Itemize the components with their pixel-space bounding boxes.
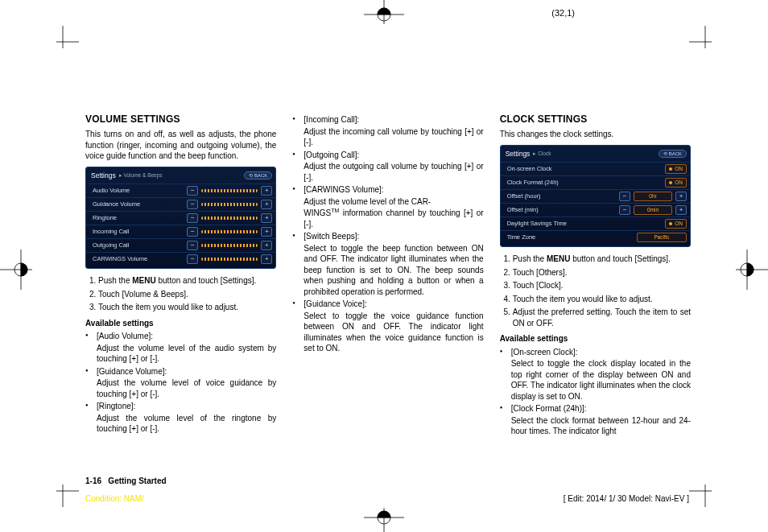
value-box: 0hr (634, 192, 672, 201)
panel-row: On-screen ClockON (501, 162, 690, 175)
list-item: [Incoming Call]:Adjust the incoming call… (292, 114, 483, 148)
page-marker-top: (32,1) (551, 8, 575, 18)
row-label: Incoming Call (93, 228, 184, 236)
slider (201, 230, 258, 233)
toggle-on: ON (665, 164, 687, 174)
list-item: [Switch Beeps]:Select to toggle the beep… (292, 231, 483, 297)
row-label: On-screen Clock (507, 165, 663, 173)
list-item: [Clock Format (24h)]:Select the clock fo… (500, 403, 691, 437)
slider (201, 244, 258, 247)
screenshot-clock-settings: Settings ▸ Clock ⟲ BACK On-screen ClockO… (500, 145, 691, 247)
column-2: [Incoming Call]:Adjust the incoming call… (292, 113, 483, 439)
value-box: Pacific (637, 233, 687, 242)
corner-br (689, 475, 721, 507)
volume-steps: Push the MENU button and touch [Settings… (85, 275, 276, 313)
bullet-label: [Clock Format (24h)]: (511, 403, 691, 414)
plus-button: + (261, 254, 272, 264)
row-label: CARWINGS Volume (93, 255, 184, 263)
panel-row: Offset (hour)−0hr+ (501, 189, 690, 203)
bullet-desc: Adjust the volume level of voice guidanc… (97, 377, 276, 399)
bullet-label: [Guidance Volume]: (97, 366, 276, 377)
bullet-label: [CARWINGS Volume]: (303, 184, 483, 196)
panel-row: Guidance Volume−+ (86, 197, 275, 211)
minus-button: − (187, 186, 198, 196)
panel-row: Ringtone−+ (86, 211, 275, 225)
row-label: Guidance Volume (93, 200, 184, 208)
plus-button: + (675, 205, 687, 215)
available-settings-heading: Available settings (85, 318, 276, 329)
plus-button: + (675, 192, 687, 201)
list-item: Touch the item you would like to adjust. (98, 302, 276, 313)
page-content: VOLUME SETTINGS This turns on and off, a… (85, 113, 691, 439)
row-label: Audio Volume (93, 187, 184, 195)
bullet-desc: Adjust the volume level of the audio sys… (97, 343, 276, 365)
screenshot-volume-beeps: Settings ▸ Volume & Beeps ⟲ BACK Audio V… (85, 167, 276, 269)
slider (201, 217, 258, 220)
list-item: [Guidance Voice]:Select to toggle the vo… (292, 299, 483, 354)
plus-button: + (261, 241, 272, 250)
row-label: Ringtone (93, 214, 184, 222)
panel-row: Incoming Call−+ (86, 225, 275, 238)
list-item: Touch [Others]. (513, 267, 691, 278)
toggle-on: ON (665, 178, 687, 188)
minus-button: − (187, 213, 198, 223)
panel-row: Audio Volume−+ (86, 184, 275, 197)
volume-bullets-continued: [Incoming Call]:Adjust the incoming call… (292, 114, 483, 354)
bullet-desc: Adjust the outgoing call volume by touch… (303, 161, 483, 183)
minus-button: − (187, 200, 198, 209)
heading-clock-settings: CLOCK SETTINGS (500, 113, 691, 126)
row-label: Outgoing Call (93, 241, 184, 250)
plus-button: + (261, 186, 272, 196)
footer-page-number: 1-16 (85, 476, 101, 485)
slider (201, 258, 258, 261)
plus-button: + (261, 213, 272, 223)
list-item: Push the MENU button and touch [Settings… (98, 275, 276, 287)
volume-bullets: [Audio Volume]:Adjust the volume level o… (85, 331, 276, 435)
plus-button: + (261, 227, 272, 237)
value-box: 0min (634, 205, 672, 215)
row-label: Offset (min) (507, 206, 616, 214)
panel-row: Clock Format (24h)ON (501, 175, 690, 189)
clock-bullets: [On-screen Clock]:Select to toggle the c… (500, 347, 691, 437)
footer-condition: Condition: NAM/ (85, 494, 144, 503)
plus-button: + (261, 200, 272, 209)
row-label: Offset (hour) (507, 192, 616, 200)
row-label: Daylight Savings Time (507, 220, 663, 228)
panel-row: Outgoing Call−+ (86, 238, 275, 252)
minus-button: − (187, 241, 198, 250)
bullet-desc: Select to toggle the clock display locat… (511, 358, 691, 402)
column-3: CLOCK SETTINGS This changes the clock se… (500, 113, 691, 439)
slider (201, 203, 258, 206)
corner-tl (47, 26, 79, 58)
bullet-label: [Incoming Call]: (303, 114, 483, 126)
bullet-label: [Outgoing Call]: (303, 150, 483, 161)
list-item: [Audio Volume]:Adjust the volume level o… (85, 331, 276, 365)
bullet-label: [Ringtone]: (97, 401, 276, 412)
crop-mark-right (731, 241, 768, 298)
panel-row: Time ZonePacific (501, 230, 690, 244)
panel-row: CARWINGS Volume−+ (86, 252, 275, 266)
list-item: [CARWINGS Volume]:Adjust the volume leve… (292, 184, 483, 229)
corner-bl (47, 475, 79, 507)
list-item: Touch [Clock]. (513, 280, 691, 291)
bullet-label: [Switch Beeps]: (303, 231, 483, 242)
minus-button: − (619, 192, 630, 201)
column-1: VOLUME SETTINGS This turns on and off, a… (85, 113, 276, 439)
volume-intro: This turns on and off, as well as adjust… (85, 129, 276, 162)
bullet-label: [On-screen Clock]: (511, 347, 691, 358)
panel-breadcrumb: ▸ Clock (533, 151, 551, 158)
row-label: Clock Format (24h) (507, 179, 663, 187)
crop-mark-bottom (348, 503, 420, 532)
minus-button: − (619, 205, 630, 215)
toggle-on: ON (665, 219, 687, 229)
panel-row: Daylight Savings TimeON (501, 217, 690, 230)
page-footer: 1-16 Getting Started (85, 476, 691, 485)
footer-section-name: Getting Started (108, 476, 166, 485)
available-settings-heading: Available settings (500, 333, 691, 344)
back-button: ⟲ BACK (659, 150, 687, 158)
bullet-label: [Audio Volume]: (97, 331, 276, 342)
crop-mark-left (0, 241, 37, 298)
bullet-desc: Select the clock format between 12-hour … (511, 415, 691, 437)
minus-button: − (187, 254, 198, 264)
bullet-desc: Select to toggle the beep function betwe… (303, 243, 483, 298)
